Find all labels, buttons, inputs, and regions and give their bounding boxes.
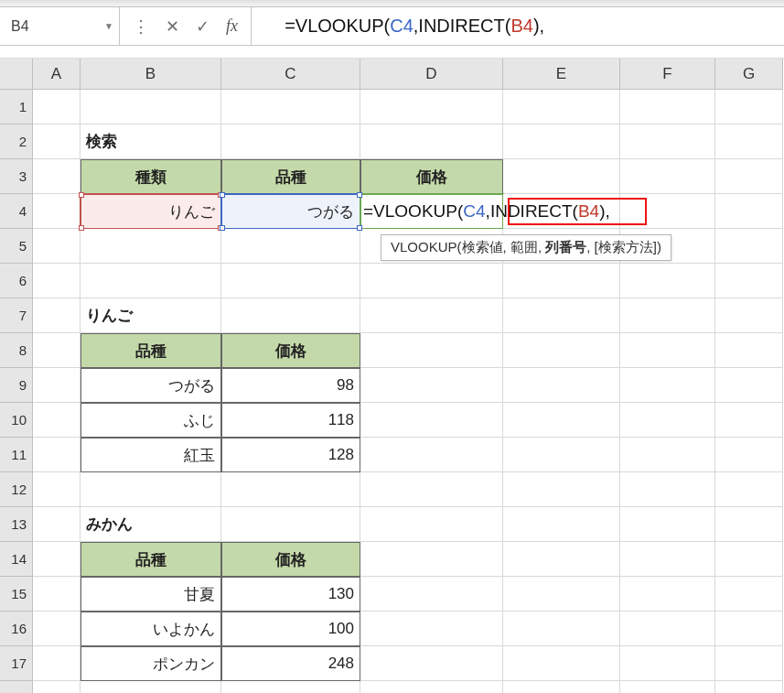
row-header[interactable]: 6 <box>0 264 33 298</box>
cell[interactable]: 種類 <box>81 159 221 194</box>
cell[interactable]: 128 <box>221 438 360 472</box>
row-header[interactable]: 3 <box>0 159 33 194</box>
column-header[interactable]: E <box>503 59 620 90</box>
row-header[interactable]: 1 <box>0 90 33 125</box>
cell[interactable] <box>81 472 221 507</box>
name-box[interactable] <box>7 14 99 39</box>
column-header[interactable]: B <box>81 59 221 90</box>
cell[interactable] <box>620 507 715 542</box>
cell[interactable] <box>360 298 503 333</box>
cancel-icon[interactable]: ✕ <box>166 16 179 37</box>
cell[interactable] <box>715 298 783 333</box>
cell[interactable]: 紅玉 <box>81 438 221 472</box>
row-header[interactable]: 10 <box>0 403 33 438</box>
cell[interactable] <box>715 194 783 229</box>
cell[interactable] <box>715 681 783 693</box>
cell[interactable] <box>503 159 620 194</box>
cell[interactable] <box>620 646 715 681</box>
cell[interactable] <box>33 577 81 612</box>
cell[interactable] <box>503 403 620 438</box>
cell[interactable] <box>715 646 783 681</box>
cell[interactable] <box>81 264 221 298</box>
cell[interactable] <box>620 194 715 229</box>
cell[interactable] <box>620 472 715 507</box>
formula-input[interactable]: =VLOOKUP(C4,INDIRECT(B4), <box>252 0 784 58</box>
namebox-dropdown-icon[interactable]: ▼ <box>99 21 113 31</box>
row-header[interactable]: 13 <box>0 507 33 542</box>
cell[interactable] <box>503 542 620 577</box>
cell[interactable] <box>503 438 620 472</box>
cell[interactable] <box>715 542 783 577</box>
column-header[interactable]: A <box>33 59 81 90</box>
cell[interactable] <box>81 90 221 125</box>
cell[interactable]: =VLOOKUP(C4,INDIRECT(B4), <box>360 194 503 229</box>
cell[interactable]: 品種 <box>81 333 221 368</box>
cell[interactable]: ふじ <box>81 403 221 438</box>
cell[interactable] <box>33 90 81 125</box>
cell[interactable] <box>620 577 715 612</box>
cell[interactable] <box>715 229 783 264</box>
cell[interactable]: みかん <box>81 507 221 542</box>
confirm-icon[interactable]: ✓ <box>196 16 209 37</box>
cell[interactable] <box>503 646 620 681</box>
cell[interactable] <box>221 125 360 159</box>
fx-icon[interactable]: fx <box>226 16 238 36</box>
cell[interactable] <box>715 125 783 159</box>
cell[interactable] <box>360 507 503 542</box>
cell[interactable] <box>503 577 620 612</box>
row-header[interactable]: 2 <box>0 125 33 159</box>
cell[interactable] <box>715 264 783 298</box>
cell[interactable] <box>620 298 715 333</box>
cell[interactable] <box>620 333 715 368</box>
row-header[interactable]: 14 <box>0 542 33 577</box>
cell[interactable] <box>33 612 81 646</box>
cell[interactable]: 価格 <box>221 333 360 368</box>
cell[interactable] <box>360 577 503 612</box>
cell[interactable]: 118 <box>221 403 360 438</box>
cell[interactable] <box>620 612 715 646</box>
cell[interactable]: 100 <box>221 612 360 646</box>
row-header[interactable]: 15 <box>0 577 33 612</box>
cell[interactable] <box>503 125 620 159</box>
cell[interactable] <box>360 612 503 646</box>
cell[interactable] <box>715 368 783 403</box>
cell[interactable] <box>33 159 81 194</box>
dots-icon[interactable]: ⋮ <box>133 16 149 37</box>
cell[interactable] <box>715 577 783 612</box>
cell[interactable] <box>33 229 81 264</box>
cell[interactable] <box>360 681 503 693</box>
cell[interactable]: いよかん <box>81 612 221 646</box>
cell[interactable] <box>620 368 715 403</box>
cell[interactable] <box>715 472 783 507</box>
select-all-corner[interactable] <box>0 59 33 90</box>
cell[interactable] <box>33 681 81 693</box>
cell[interactable]: 品種 <box>221 159 360 194</box>
cell[interactable] <box>33 507 81 542</box>
cell[interactable] <box>33 333 81 368</box>
cell[interactable] <box>503 368 620 403</box>
cell[interactable]: 130 <box>221 577 360 612</box>
cell[interactable]: 品種 <box>81 542 221 577</box>
cell[interactable] <box>715 507 783 542</box>
cell[interactable] <box>620 542 715 577</box>
cell[interactable] <box>360 646 503 681</box>
column-header[interactable]: F <box>620 59 715 90</box>
cell[interactable] <box>360 264 503 298</box>
cell[interactable]: りんご <box>81 298 221 333</box>
row-header[interactable]: 4 <box>0 194 33 229</box>
column-header[interactable]: G <box>715 59 783 90</box>
cell[interactable] <box>360 333 503 368</box>
cell[interactable] <box>620 681 715 693</box>
cell[interactable] <box>503 681 620 693</box>
cell[interactable] <box>360 90 503 125</box>
row-header[interactable]: 7 <box>0 298 33 333</box>
cell[interactable] <box>620 403 715 438</box>
cell[interactable] <box>33 264 81 298</box>
cell[interactable] <box>715 612 783 646</box>
cell[interactable]: 248 <box>221 646 360 681</box>
cell[interactable] <box>360 542 503 577</box>
cell[interactable] <box>221 90 360 125</box>
cell[interactable] <box>503 298 620 333</box>
cell[interactable] <box>33 438 81 472</box>
row-header[interactable]: 16 <box>0 612 33 646</box>
